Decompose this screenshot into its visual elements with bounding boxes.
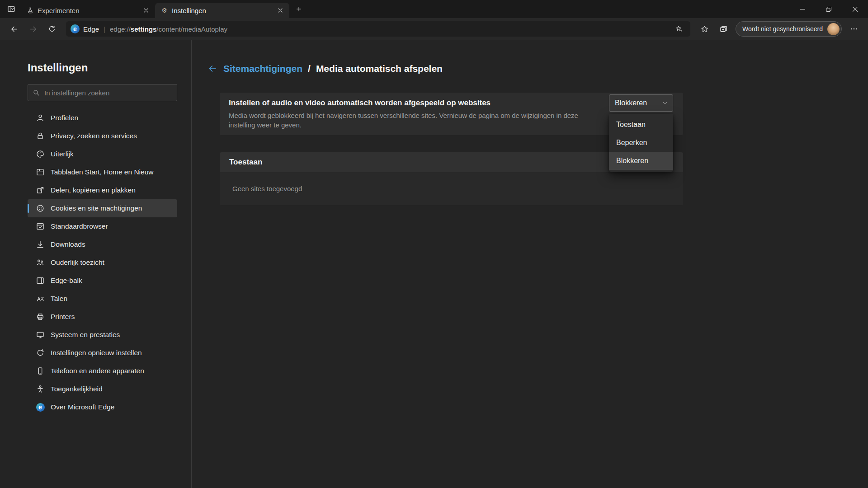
address-engine-label: Edge <box>83 25 99 33</box>
reload-button[interactable] <box>43 21 61 37</box>
autoplay-dropdown-menu: Toestaan Beperken Blokkeren <box>609 114 673 172</box>
tab-instellingen[interactable]: ⚙ Instellingen <box>155 3 289 18</box>
download-icon <box>36 240 45 249</box>
sidebar-item-label: Edge-balk <box>51 277 82 285</box>
sidebar-item-tabbladen[interactable]: Tabbladen Start, Home en Nieuw <box>28 163 177 181</box>
sidebar-item-label: Tabbladen Start, Home en Nieuw <box>51 168 153 176</box>
breadcrumb: Sitemachtigingen / Media automatisch afs… <box>207 63 443 74</box>
new-tab-button[interactable] <box>292 2 306 16</box>
page-body: Instellingen Profielen Privacy, zoeken e… <box>0 40 868 488</box>
url-host: settings <box>131 25 157 33</box>
dropdown-option-beperken[interactable]: Beperken <box>609 134 673 152</box>
sidebar-item-talen[interactable]: Talen <box>28 290 177 308</box>
forward-arrow-icon <box>29 25 38 33</box>
reset-icon <box>36 348 45 357</box>
sidebar-item-label: Uiterlijk <box>51 150 74 158</box>
tab-label: Experimenten <box>38 7 137 14</box>
sidebar-item-ouderlijk-toezicht[interactable]: Ouderlijk toezicht <box>28 253 177 272</box>
collections-button[interactable] <box>715 21 732 37</box>
breadcrumb-parent-link[interactable]: Sitemachtigingen <box>223 63 302 74</box>
sidebar-item-label: Over Microsoft Edge <box>51 403 114 411</box>
sidebar-item-label: Ouderlijk toezicht <box>51 258 104 267</box>
tabs: Experimenten ⚙ Instellingen <box>21 0 289 18</box>
autoplay-dropdown-button[interactable]: Blokkeren <box>609 94 673 112</box>
flask-icon <box>26 7 34 14</box>
settings-sidebar: Instellingen Profielen Privacy, zoeken e… <box>0 40 192 488</box>
autoplay-setting-description: Media wordt geblokkeerd bij het navigere… <box>229 111 590 130</box>
tab-actions-menu-button[interactable] <box>4 2 19 16</box>
address-bar[interactable]: Edge | edge://settings/content/mediaAuto… <box>66 21 690 37</box>
back-button[interactable] <box>5 21 23 37</box>
favorites-star-icon <box>700 25 709 33</box>
sidebar-item-downloads[interactable]: Downloads <box>28 235 177 253</box>
chevron-down-icon <box>662 100 668 106</box>
printer-icon <box>36 312 45 321</box>
gear-icon: ⚙ <box>160 7 168 14</box>
sidebar-item-label: Profielen <box>51 114 78 122</box>
sidebar-item-label: Toegankelijkheid <box>51 385 103 393</box>
minimize-button[interactable] <box>789 0 816 18</box>
sidebar-item-privacy[interactable]: Privacy, zoeken en services <box>28 127 177 145</box>
tab-strip: Experimenten ⚙ Instellingen <box>0 0 868 18</box>
restore-button[interactable] <box>816 0 842 18</box>
breadcrumb-current-title: Media automatisch afspelen <box>316 63 443 74</box>
url-path: /content/mediaAutoplay <box>156 25 227 33</box>
sidebar-item-standaardbrowser[interactable]: Standaardbrowser <box>28 217 177 235</box>
sidebar-item-label: Delen, kopiëren en plakken <box>51 186 136 194</box>
tab-close-icon[interactable] <box>141 5 151 16</box>
close-window-button[interactable] <box>842 0 868 18</box>
family-icon <box>36 258 45 267</box>
address-separator: | <box>103 25 106 33</box>
close-icon <box>853 7 858 12</box>
tab-actions-icon <box>7 5 16 14</box>
dropdown-option-blokkeren[interactable]: Blokkeren <box>609 152 673 170</box>
person-icon <box>36 113 45 122</box>
search-input[interactable] <box>44 89 172 97</box>
privacy-lock-icon <box>36 131 45 141</box>
navigation-bar: Edge | edge://settings/content/mediaAuto… <box>0 18 868 40</box>
sidebar-item-label: Standaardbrowser <box>51 222 108 230</box>
forward-button[interactable] <box>24 21 42 37</box>
breadcrumb-back-button[interactable] <box>207 63 218 74</box>
languages-icon <box>36 294 45 303</box>
tab-experimenten[interactable]: Experimenten <box>21 3 155 18</box>
sidebar-item-profielen[interactable]: Profielen <box>28 109 177 127</box>
sidebar-item-label: Telefoon en andere apparaten <box>51 367 144 375</box>
sidebar-item-label: Downloads <box>51 240 85 249</box>
settings-search[interactable] <box>28 84 177 101</box>
reload-icon <box>48 25 56 33</box>
restore-icon <box>826 7 831 12</box>
sidebar-item-label: Printers <box>51 313 75 321</box>
tabs-icon <box>36 168 45 177</box>
collections-icon <box>719 25 728 33</box>
settings-and-more-button[interactable] <box>845 21 863 37</box>
sidebar-item-cookies[interactable]: Cookies en site machtigingen <box>28 199 177 217</box>
phone-icon <box>36 366 45 375</box>
avatar <box>827 23 840 35</box>
edge-bar-icon <box>36 276 45 285</box>
sidebar-item-over-edge[interactable]: Over Microsoft Edge <box>28 398 177 416</box>
settings-nav: Profielen Privacy, zoeken en services Ui… <box>28 109 177 416</box>
settings-content: Sitemachtigingen / Media automatisch afs… <box>192 40 868 488</box>
allow-section-empty-text: Geen sites toegevoegd <box>220 172 683 205</box>
sidebar-item-telefoon[interactable]: Telefoon en andere apparaten <box>28 362 177 380</box>
profile-button[interactable]: Wordt niet gesynchroniseerd <box>736 21 842 37</box>
sync-status-label: Wordt niet gesynchroniseerd <box>742 25 823 33</box>
sidebar-item-opnieuw-instellen[interactable]: Instellingen opnieuw instellen <box>28 344 177 362</box>
favorites-button[interactable] <box>696 21 713 37</box>
window-controls <box>789 0 868 18</box>
default-browser-icon <box>36 222 45 231</box>
sidebar-item-printers[interactable]: Printers <box>28 308 177 326</box>
dropdown-option-toestaan[interactable]: Toestaan <box>609 116 673 134</box>
tab-close-icon[interactable] <box>275 5 286 16</box>
sidebar-item-systeem[interactable]: Systeem en prestaties <box>28 326 177 344</box>
more-ellipsis-icon <box>850 25 858 33</box>
sidebar-item-label: Talen <box>51 295 67 303</box>
edge-logo-icon <box>36 403 45 412</box>
sidebar-item-delen[interactable]: Delen, kopiëren en plakken <box>28 181 177 199</box>
sidebar-item-toegankelijkheid[interactable]: Toegankelijkheid <box>28 380 177 398</box>
add-favorite-button[interactable] <box>672 22 686 36</box>
sidebar-item-uiterlijk[interactable]: Uiterlijk <box>28 145 177 163</box>
sidebar-item-edge-balk[interactable]: Edge-balk <box>28 272 177 290</box>
back-arrow-icon <box>10 25 19 33</box>
